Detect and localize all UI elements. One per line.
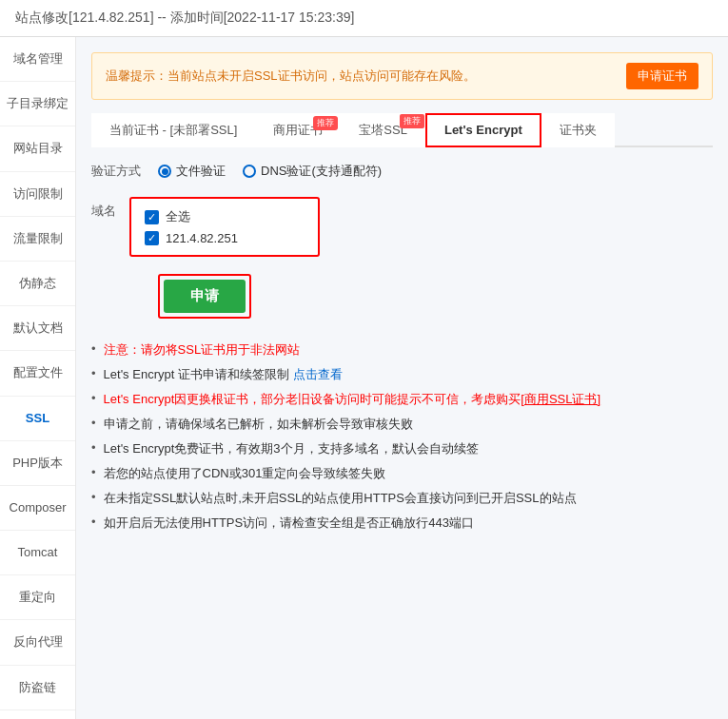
note-item-4: Let's Encrypt免费证书，有效期3个月，支持多域名，默认会自动续签 [91, 437, 713, 461]
domain-label: 域名 [91, 197, 116, 220]
note-text: 注意：请勿将SSL证书用于非法网站 [104, 341, 301, 359]
dns-verify-radio[interactable]: DNS验证(支持通配符) [243, 163, 382, 180]
domain-section: 域名 全选121.4.82.251 [91, 197, 713, 257]
tab-lets-encrypt[interactable]: Let's Encrypt [425, 113, 541, 147]
checkbox-全选[interactable]: 全选 [145, 208, 305, 225]
note-item-6: 在未指定SSL默认站点时,未开启SSL的站点使用HTTPS会直接访问到已开启SS… [91, 486, 713, 511]
page-wrapper: 站点修改[121.4.82.251] -- 添加时间[2022-11-17 15… [0, 0, 728, 719]
tab-commercial-cert[interactable]: 商用证书 推荐 [255, 113, 341, 147]
checkbox-121-4-82-251[interactable]: 121.4.82.251 [145, 231, 305, 245]
sidebar-item-domain-mgmt[interactable]: 域名管理 [0, 37, 75, 82]
file-verify-label: 文件验证 [176, 163, 226, 180]
note-text: Let's Encrypt免费证书，有效期3个月，支持多域名，默认会自动续签 [104, 440, 479, 457]
page-title: 站点修改[121.4.82.251] -- 添加时间[2022-11-17 15… [15, 10, 354, 25]
tab-ribbon: 推荐 [400, 114, 424, 128]
sidebar-item-access-limit[interactable]: 访问限制 [0, 172, 75, 217]
note-link[interactable]: 点击查看 [293, 367, 343, 381]
sidebar-item-ssl[interactable]: SSL [0, 397, 75, 441]
commercial-ssl-link[interactable]: [商用SSL证书] [521, 392, 600, 406]
note-item-2: Let's Encrypt因更换根证书，部分老旧设备访问时可能提示不可信，考虑购… [91, 387, 713, 412]
sidebar-item-traffic-limit[interactable]: 流量限制 [0, 217, 75, 262]
note-text: 如开启后无法使用HTTPS访问，请检查安全组是否正确放行443端口 [104, 515, 474, 532]
verify-row: 验证方式 文件验证 DNS验证(支持通配符) [91, 163, 713, 180]
tab-cert-folder[interactable]: 证书夹 [541, 113, 615, 147]
note-item-7: 如开启后无法使用HTTPS访问，请检查安全组是否正确放行443端口 [91, 511, 713, 535]
sidebar-item-reverse-proxy[interactable]: 反向代理 [0, 620, 75, 665]
red-note: Let's Encrypt因更换根证书，部分老旧设备访问时可能提示不可信，考虑购… [104, 392, 601, 406]
sidebar-item-config-file[interactable]: 配置文件 [0, 351, 75, 396]
note-text: 在未指定SSL默认站点时,未开启SSL的站点使用HTTPS会直接访问到已开启SS… [104, 490, 577, 507]
note-item-5: 若您的站点使用了CDN或301重定向会导致续签失败 [91, 461, 713, 486]
sidebar: 域名管理子目录绑定网站目录访问限制流量限制伪静态默认文档配置文件SSLPHP版本… [0, 37, 76, 719]
checkbox-label: 121.4.82.251 [166, 231, 238, 245]
warning-bar: 温馨提示：当前站点未开启SSL证书访问，站点访问可能存在风险。 申请证书 [91, 52, 713, 100]
sidebar-item-anti-tamper[interactable]: 🛡防篡改 [0, 710, 75, 719]
note-item-1: Let's Encrypt 证书申请和续签限制 点击查看 [91, 362, 713, 387]
sidebar-item-pseudo-static[interactable]: 伪静态 [0, 262, 75, 306]
notes-list: 注意：请勿将SSL证书用于非法网站Let's Encrypt 证书申请和续签限制… [91, 338, 713, 535]
content-area: 温馨提示：当前站点未开启SSL证书访问，站点访问可能存在风险。 申请证书 当前证… [76, 37, 728, 719]
sidebar-item-php-version[interactable]: PHP版本 [0, 441, 75, 486]
file-verify-radio[interactable]: 文件验证 [158, 163, 226, 180]
tabs-bar: 当前证书 - [未部署SSL]商用证书 推荐宝塔SSL 推荐Let's Encr… [91, 113, 713, 147]
note-item-0: 注意：请勿将SSL证书用于非法网站 [91, 338, 713, 362]
domain-box: 全选121.4.82.251 [129, 197, 320, 257]
note-item-3: 申请之前，请确保域名已解析，如未解析会导致审核失败 [91, 412, 713, 437]
warning-text: 温馨提示：当前站点未开启SSL证书访问，站点访问可能存在风险。 [106, 68, 617, 85]
note-text: Let's Encrypt因更换根证书，部分老旧设备访问时可能提示不可信，考虑购… [104, 391, 601, 408]
tab-badge: 推荐 [313, 116, 338, 130]
sidebar-item-anti-leech[interactable]: 防盗链 [0, 666, 75, 710]
note-link[interactable]: 注意：请勿将SSL证书用于非法网站 [104, 342, 301, 357]
dns-verify-label: DNS验证(支持通配符) [261, 163, 382, 180]
apply-button[interactable]: 申请 [164, 280, 246, 313]
note-text: 申请之前，请确保域名已解析，如未解析会导致审核失败 [104, 416, 413, 433]
checkbox-box [145, 231, 159, 245]
apply-btn-wrapper: 申请 [158, 274, 251, 319]
main-layout: 域名管理子目录绑定网站目录访问限制流量限制伪静态默认文档配置文件SSLPHP版本… [0, 37, 728, 719]
sidebar-item-default-doc[interactable]: 默认文档 [0, 306, 75, 351]
sidebar-item-tomcat[interactable]: Tomcat [0, 531, 75, 575]
note-text: 若您的站点使用了CDN或301重定向会导致续签失败 [104, 465, 386, 482]
tab-current-cert[interactable]: 当前证书 - [未部署SSL] [91, 113, 255, 147]
sidebar-item-site-dir[interactable]: 网站目录 [0, 126, 75, 171]
tab-baota-ssl[interactable]: 宝塔SSL 推荐 [341, 113, 425, 147]
sidebar-item-composer[interactable]: Composer [0, 486, 75, 531]
apply-cert-button[interactable]: 申请证书 [626, 63, 698, 89]
sidebar-item-redirect[interactable]: 重定向 [0, 575, 75, 620]
sidebar-item-subdir-bind[interactable]: 子目录绑定 [0, 82, 75, 126]
note-text: Let's Encrypt 证书申请和续签限制 点击查看 [104, 366, 343, 383]
apply-btn-area: 申请 [158, 274, 713, 319]
checkbox-label: 全选 [166, 208, 190, 225]
file-verify-dot [158, 165, 171, 178]
verify-label: 验证方式 [91, 163, 141, 180]
checkbox-box [145, 210, 159, 224]
dns-verify-dot [243, 165, 256, 178]
page-title-bar: 站点修改[121.4.82.251] -- 添加时间[2022-11-17 15… [0, 0, 728, 37]
